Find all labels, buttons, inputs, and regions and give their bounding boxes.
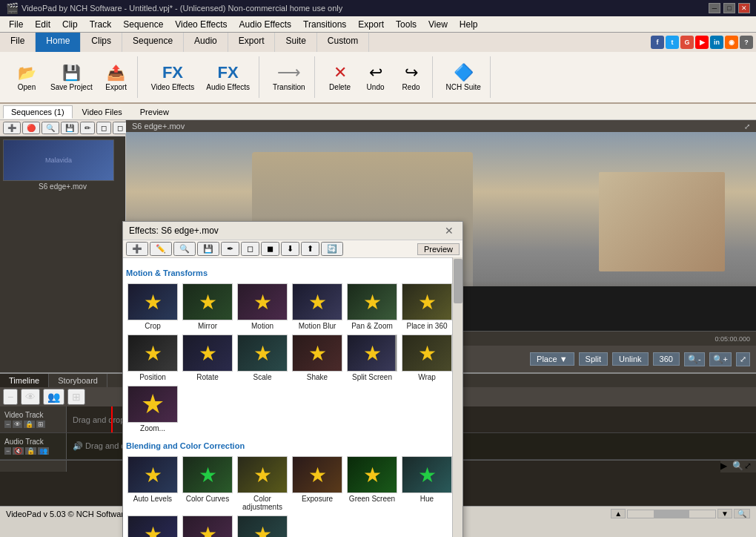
menu-audio-effects[interactable]: Audio Effects xyxy=(233,18,298,31)
undo-button[interactable]: ↩ Undo xyxy=(359,62,392,93)
tab-sequence[interactable]: Sequence xyxy=(122,33,184,52)
status-zoom-btn[interactable]: 🔍 xyxy=(734,509,750,518)
effect-mirror[interactable]: ★ Mirror xyxy=(181,282,234,332)
effects-save-btn[interactable]: 💾 xyxy=(197,242,219,256)
nch-suite-button[interactable]: 🔷 NCH Suite xyxy=(442,62,485,93)
at-mute-btn[interactable]: 🔇 xyxy=(13,447,24,455)
tab-home[interactable]: Home xyxy=(36,33,81,52)
vt-minus-btn[interactable]: − xyxy=(4,421,11,428)
menu-track[interactable]: Track xyxy=(84,18,118,31)
status-down-btn[interactable]: ▼ xyxy=(717,509,732,518)
effect-zoom[interactable]: ★ Zoom... xyxy=(126,384,179,434)
vt-expand-btn[interactable]: ⊞ xyxy=(36,421,45,428)
effects-scrollbar[interactable] xyxy=(452,257,462,537)
effect-place-360[interactable]: ★ Place in 360 xyxy=(400,282,454,332)
effects-pen-btn[interactable]: ✒ xyxy=(221,242,239,256)
facebook-icon[interactable]: f xyxy=(651,36,664,49)
audio-effects-button[interactable]: FX Audio Effects xyxy=(202,62,254,93)
fit-button[interactable]: ⤢ xyxy=(736,352,750,366)
status-scrollbar[interactable] xyxy=(627,510,716,518)
tab-audio[interactable]: Audio xyxy=(184,33,228,52)
effects-down-btn[interactable]: ⬇ xyxy=(281,242,299,256)
effects-edit-btn[interactable]: ✏️ xyxy=(150,242,172,256)
twitter-icon[interactable]: t xyxy=(666,36,679,49)
scroll-right-btn[interactable]: ▶ xyxy=(720,461,732,472)
search-btn[interactable]: 🔍 xyxy=(42,122,59,134)
effects-refresh-btn[interactable]: 🔄 xyxy=(321,242,343,256)
status-up-btn[interactable]: ▲ xyxy=(611,509,626,518)
effect-color-adj[interactable]: ★ Color adjustments xyxy=(236,455,289,513)
scroll-thumb[interactable] xyxy=(454,259,462,303)
youtube-icon[interactable]: ▶ xyxy=(695,36,709,49)
tl-minus-btn[interactable]: − xyxy=(3,389,18,405)
preview-expand-btn[interactable]: ⤢ xyxy=(744,122,750,131)
effect-split-screen[interactable]: ★ Split Screen xyxy=(345,333,399,383)
menu-video-effects[interactable]: Video Effects xyxy=(169,18,233,31)
effect-temperature[interactable]: ★ Temperature xyxy=(181,514,234,537)
add-btn[interactable]: ➕ xyxy=(3,122,21,134)
menu-view[interactable]: View xyxy=(422,18,454,31)
effects-filter-btn[interactable]: 🔍 xyxy=(173,242,196,256)
edit-btn[interactable]: ✏ xyxy=(80,122,95,134)
at-group-btn[interactable]: 👥 xyxy=(38,447,49,455)
copy-btn[interactable]: ◻ xyxy=(96,122,111,134)
google-icon[interactable]: G xyxy=(680,36,694,49)
tab-custom[interactable]: Custom xyxy=(317,33,369,52)
delete-button[interactable]: ✕ Delete xyxy=(324,62,357,93)
list-item[interactable]: Malavida S6 edge+.mov xyxy=(0,136,125,194)
menu-transitions[interactable]: Transitions xyxy=(297,18,352,31)
menu-tools[interactable]: Tools xyxy=(390,18,422,31)
tl-snap-btn[interactable]: ⊞ xyxy=(67,389,85,405)
tab-timeline[interactable]: Timeline xyxy=(0,374,49,387)
zoom-out-button[interactable]: 🔍- xyxy=(684,352,705,366)
effect-auto-levels[interactable]: ★ Auto Levels xyxy=(126,455,179,513)
btn-360[interactable]: 360 xyxy=(653,352,680,366)
effect-color-curves[interactable]: ★ Color Curves xyxy=(181,455,234,513)
subtab-sequences[interactable]: Sequences (1) xyxy=(3,105,73,119)
effect-green-screen[interactable]: ★ Green Screen xyxy=(345,455,399,513)
transition-button[interactable]: ⟶ Transition xyxy=(268,62,310,93)
menu-export[interactable]: Export xyxy=(352,18,390,31)
effect-crop[interactable]: ★ Crop xyxy=(126,282,179,332)
effect-exposure[interactable]: ★ Exposure xyxy=(291,455,344,513)
tab-export[interactable]: Export xyxy=(228,33,276,52)
maximize-button[interactable]: □ xyxy=(723,3,735,13)
effects-sq2-btn[interactable]: ◼ xyxy=(261,242,279,256)
menu-edit[interactable]: Edit xyxy=(29,18,56,31)
minimize-button[interactable]: ─ xyxy=(709,3,720,13)
save-project-button[interactable]: 💾 Save Project xyxy=(46,62,97,93)
video-effects-button[interactable]: FX Video Effects xyxy=(147,62,199,93)
effect-rotate[interactable]: ★ Rotate xyxy=(181,333,234,383)
rss-icon[interactable]: ◉ xyxy=(725,36,738,49)
effects-panel-close-button[interactable]: ✕ xyxy=(442,225,457,237)
effects-up-btn[interactable]: ⬆ xyxy=(301,242,319,256)
tab-storyboard[interactable]: Storyboard xyxy=(49,374,107,387)
menu-help[interactable]: Help xyxy=(454,18,484,31)
place-button[interactable]: Place ▼ xyxy=(530,352,574,366)
tab-file[interactable]: File xyxy=(0,33,36,52)
status-scroll-thumb[interactable] xyxy=(654,510,689,518)
vt-lock-btn[interactable]: 🔒 xyxy=(24,421,35,428)
effect-scale[interactable]: ★ Scale xyxy=(236,333,289,383)
scroll-fit-btn[interactable]: ⤢ xyxy=(744,461,756,472)
at-minus-btn[interactable]: − xyxy=(4,447,11,455)
zoom-in-button[interactable]: 🔍+ xyxy=(709,352,732,366)
tl-group-btn[interactable]: 👥 xyxy=(43,389,64,405)
effect-wrap[interactable]: ★ Wrap xyxy=(400,333,454,383)
unlink-button[interactable]: Unlink xyxy=(612,352,649,366)
effect-position[interactable]: ★ Position xyxy=(126,333,179,383)
effect-pan-zoom[interactable]: ★ Pan & Zoom xyxy=(345,282,399,332)
effect-hue[interactable]: ★ Hue xyxy=(400,455,454,513)
help-icon[interactable]: ? xyxy=(740,36,753,49)
at-lock-btn[interactable]: 🔒 xyxy=(25,447,36,455)
menu-file[interactable]: File xyxy=(3,18,29,31)
menu-clip[interactable]: Clip xyxy=(56,18,84,31)
close-button[interactable]: ✕ xyxy=(738,3,750,13)
vt-eye-btn[interactable]: 👁 xyxy=(13,421,22,428)
scroll-zoom-btn[interactable]: 🔍 xyxy=(732,461,744,472)
effects-sq1-btn[interactable]: ◻ xyxy=(241,242,259,256)
effect-shake[interactable]: ★ Shake xyxy=(291,333,344,383)
effect-saturation[interactable]: ★ Saturation xyxy=(126,514,179,537)
tl-eye-btn[interactable]: 👁 xyxy=(21,389,40,405)
effect-transparency[interactable]: ★ Transparency xyxy=(236,514,289,537)
